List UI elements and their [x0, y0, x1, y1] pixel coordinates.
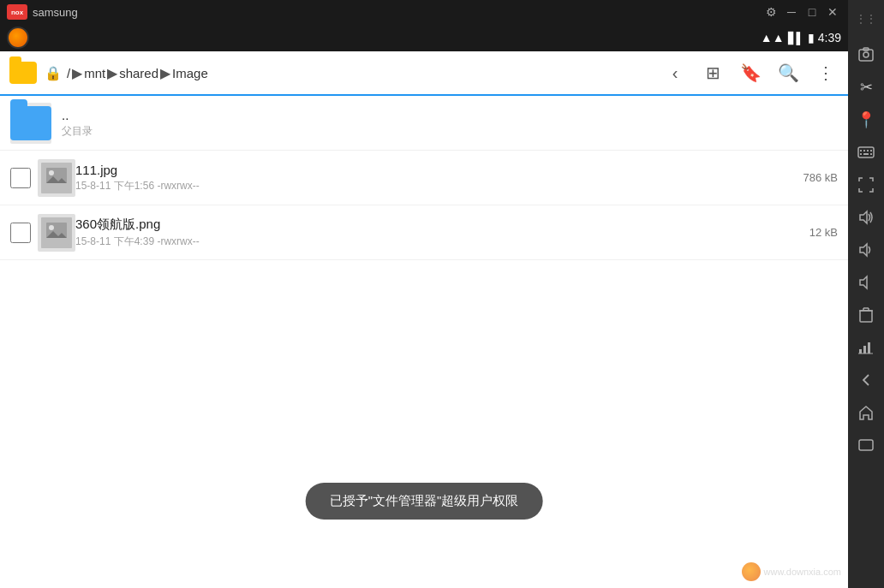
screenshot-icon: [857, 46, 875, 63]
file-info-1: 360领航版.png 15-8-11 下午4:39 -rwxrwx--: [75, 217, 809, 249]
side-fullscreen-btn[interactable]: [851, 169, 881, 200]
side-keyboard-btn[interactable]: [851, 137, 881, 168]
breadcrumb-shared[interactable]: shared: [119, 66, 158, 80]
file-checkbox-1[interactable]: [10, 223, 31, 243]
app-area: 🔒 / ▶ mnt ▶ shared ▶ Image ‹ ⊞ 🔖 🔍 ⋮: [0, 51, 848, 588]
file-row-1[interactable]: 360领航版.png 15-8-11 下午4:39 -rwxrwx-- 12 k…: [0, 205, 848, 260]
bookmark-btn[interactable]: 🔖: [735, 57, 766, 88]
status-left: [7, 27, 29, 49]
file-name-0: 111.jpg: [75, 163, 803, 177]
side-volume-mid-btn[interactable]: [851, 235, 881, 265]
file-name-1: 360领航版.png: [75, 217, 809, 233]
file-checkbox-0[interactable]: [10, 168, 31, 188]
file-thumb-1: [38, 214, 75, 252]
back-icon: [858, 372, 874, 388]
svg-rect-22: [860, 311, 872, 322]
breadcrumb-sep-2: ▶: [107, 65, 117, 81]
close-btn[interactable]: ✕: [824, 4, 841, 20]
toast-text: 已授予"文件管理器"超级用户权限: [330, 493, 519, 508]
svg-rect-14: [867, 150, 869, 151]
keyboard-icon: [857, 146, 875, 158]
parent-dir-info: .. 父目录: [62, 108, 838, 139]
file-meta-1: 15-8-11 下午4:39 -rwxrwx--: [75, 235, 809, 249]
home-folder-btn[interactable]: [7, 56, 39, 89]
svg-marker-19: [860, 211, 867, 223]
search-btn[interactable]: 🔍: [773, 57, 803, 88]
file-info-0: 111.jpg 15-8-11 下午1:56 -rwxrwx--: [75, 163, 803, 193]
parent-dir-row[interactable]: .. 父目录: [0, 96, 848, 151]
volume-up-icon: [858, 210, 874, 225]
svg-rect-18: [870, 153, 872, 155]
stats-icon: [858, 341, 874, 354]
minimize-btn[interactable]: ─: [783, 4, 800, 20]
watermark-text: www.downxia.com: [764, 567, 841, 577]
home-icon: [858, 405, 874, 420]
breadcrumb-image[interactable]: Image: [172, 66, 208, 80]
title-bar: nox samsung ⚙ ─ □ ✕: [0, 0, 848, 24]
breadcrumb-sep-1: ▶: [72, 65, 82, 81]
svg-rect-12: [860, 150, 862, 151]
maximize-btn[interactable]: □: [803, 4, 821, 20]
breadcrumb-root[interactable]: /: [67, 66, 70, 80]
parent-dir-label: 父目录: [62, 124, 838, 139]
wifi-icon: ▲▲: [761, 31, 785, 45]
window-controls: ⚙ ─ □ ✕: [762, 4, 841, 20]
nav-back-btn[interactable]: ‹: [660, 57, 690, 88]
svg-rect-11: [858, 147, 874, 157]
file-thumb-0: [38, 159, 75, 197]
trash-icon: [859, 307, 873, 323]
breadcrumb-mnt[interactable]: mnt: [84, 66, 105, 80]
side-home-btn[interactable]: [851, 397, 881, 428]
side-drag-btn[interactable]: ⋮⋮: [851, 3, 881, 34]
svg-point-2: [49, 170, 54, 175]
svg-point-6: [49, 225, 54, 230]
svg-rect-28: [863, 346, 866, 353]
side-stats-btn[interactable]: [851, 332, 881, 363]
svg-marker-21: [860, 276, 867, 288]
svg-rect-31: [859, 440, 873, 450]
emulator-window: nox samsung ⚙ ─ □ ✕ ▲▲ ▋▌ ▮ 4:39 🔒: [0, 0, 848, 588]
watermark-logo: [742, 562, 761, 581]
folder-icon: [9, 62, 37, 84]
volume-down-icon: [858, 275, 874, 290]
side-volume-up-btn[interactable]: [851, 202, 881, 233]
battery-icon: ▮: [808, 31, 815, 45]
image-preview-icon-0: [45, 166, 69, 190]
side-back-btn[interactable]: [851, 365, 881, 395]
image-thumb-inner-0: [41, 163, 72, 193]
side-trash-btn[interactable]: [851, 300, 881, 330]
side-volume-down-btn[interactable]: [851, 267, 881, 298]
globe-icon: [7, 27, 29, 49]
toolbar-actions: ‹ ⊞ 🔖 🔍 ⋮: [660, 57, 841, 88]
settings-btn[interactable]: ⚙: [762, 4, 779, 20]
fullscreen-icon: [858, 177, 874, 193]
side-panel: ⋮⋮ ✂ 📍: [848, 0, 884, 588]
image-preview-icon-1: [45, 221, 69, 245]
side-screenshot-btn[interactable]: [851, 39, 881, 70]
svg-point-9: [863, 52, 869, 57]
file-size-0: 786 kB: [803, 171, 838, 184]
file-size-1: 12 kB: [809, 226, 838, 239]
time-display: 4:39: [818, 31, 841, 45]
svg-rect-16: [860, 153, 862, 155]
svg-marker-20: [860, 244, 867, 256]
svg-rect-17: [863, 153, 869, 155]
grid-view-btn[interactable]: ⊞: [697, 57, 728, 88]
toast-message: 已授予"文件管理器"超级用户权限: [306, 483, 543, 520]
more-options-btn[interactable]: ⋮: [810, 57, 841, 88]
toolbar: 🔒 / ▶ mnt ▶ shared ▶ Image ‹ ⊞ 🔖 🔍 ⋮: [0, 51, 848, 96]
side-location-btn[interactable]: 📍: [851, 104, 881, 135]
image-thumb-inner-1: [41, 217, 72, 248]
svg-rect-13: [863, 150, 865, 151]
app-title: samsung: [33, 6, 762, 19]
breadcrumb-sep-3: ▶: [160, 65, 170, 81]
side-recent-btn[interactable]: [851, 430, 881, 460]
svg-rect-8: [859, 50, 873, 61]
folder-thumb-icon: [10, 106, 51, 140]
svg-rect-15: [870, 150, 872, 151]
side-cut-btn[interactable]: ✂: [851, 72, 881, 103]
signal-icon: ▋▌: [788, 32, 804, 45]
parent-folder-thumb: [10, 103, 51, 144]
volume-mid-icon: [858, 242, 874, 258]
file-row-0[interactable]: 111.jpg 15-8-11 下午1:56 -rwxrwx-- 786 kB: [0, 151, 848, 205]
